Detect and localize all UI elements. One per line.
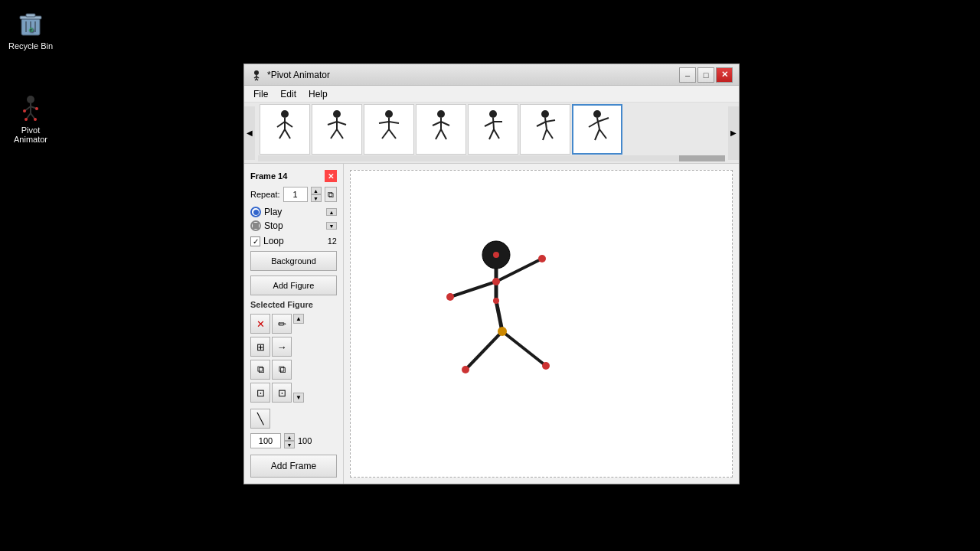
tools-scroll-down[interactable]: ▼ (293, 393, 304, 403)
svg-point-16 (34, 118, 37, 121)
tools-col-left: ✕ ✏ ⊞ → ⧉ ⧉ ⊡ (250, 314, 292, 403)
main-window: *Pivot Animator – □ ✕ File Edit Help ◀ (243, 64, 740, 484)
play-radio-circle (250, 207, 261, 217)
svg-line-27 (279, 129, 285, 139)
svg-point-17 (254, 70, 259, 75)
tools-scroll-up[interactable]: ▲ (293, 314, 304, 324)
pen-button[interactable]: ╲ (250, 409, 270, 429)
svg-text:♻: ♻ (28, 27, 34, 34)
size-input[interactable] (250, 433, 281, 448)
frame-thumb-4[interactable] (416, 104, 466, 155)
svg-point-13 (23, 109, 26, 112)
menu-help[interactable]: Help (302, 87, 334, 101)
frame-thumb-1[interactable] (260, 104, 310, 155)
add-frame-button[interactable]: Add Frame (250, 455, 337, 478)
svg-line-60 (597, 118, 599, 129)
edit-figure-button[interactable]: ✏ (272, 314, 292, 334)
background-button[interactable]: Background (250, 251, 337, 271)
play-scroll-down[interactable]: ▼ (326, 222, 337, 230)
svg-point-41 (437, 110, 445, 118)
arrow-button[interactable]: → (272, 337, 292, 357)
title-bar: *Pivot Animator – □ ✕ (244, 64, 739, 86)
svg-line-63 (595, 129, 599, 140)
loop-speed: 12 (328, 236, 337, 246)
frame-strip-left-arrow[interactable]: ◀ (244, 106, 255, 160)
tools-scroll-col: ▲ ▼ (293, 314, 304, 403)
loop-label: Loop (263, 236, 284, 246)
frame-label-row: Frame 14 ✕ (250, 170, 337, 182)
frame-thumb-3[interactable] (364, 104, 414, 155)
main-figure-svg (420, 232, 588, 400)
repeat-input[interactable] (283, 187, 308, 202)
size-spin-up[interactable]: ▲ (284, 433, 295, 441)
selected-figure-label: Selected Figure (250, 300, 337, 309)
svg-line-25 (277, 122, 285, 127)
frame-thumb-6[interactable] (520, 104, 570, 155)
copy-frame-button[interactable]: ⧉ (325, 187, 337, 202)
close-button[interactable]: ✕ (716, 67, 733, 83)
svg-line-70 (496, 301, 502, 331)
window-title: *Pivot Animator (267, 70, 330, 80)
maximize-button[interactable]: □ (697, 67, 714, 83)
delete-figure-button[interactable]: ✕ (250, 314, 270, 334)
size-spin-down[interactable]: ▼ (284, 441, 295, 448)
svg-line-51 (489, 129, 494, 139)
svg-point-7 (27, 96, 34, 103)
repeat-row: Repeat: ▲ ▼ ⧉ (250, 187, 337, 202)
frame-thumb-5[interactable] (468, 104, 518, 155)
svg-line-37 (379, 122, 389, 123)
spin-up[interactable]: ▲ (311, 187, 322, 194)
svg-line-39 (382, 129, 389, 139)
stop-radio[interactable]: Stop ▼ (250, 220, 337, 231)
svg-point-29 (333, 110, 341, 118)
frame-strip-scrollbar[interactable] (258, 155, 725, 161)
svg-line-40 (389, 129, 396, 139)
size-spin: ▲ ▼ (284, 433, 295, 448)
copy-layer-button[interactable]: ⧉ (250, 360, 270, 380)
play-scroll-up[interactable]: ▲ (326, 208, 337, 216)
play-radio[interactable]: Play ▲ (250, 207, 337, 217)
move-grid-button[interactable]: ⊞ (250, 337, 270, 357)
window-body: ◀ (244, 103, 739, 484)
frame-close-button[interactable]: ✕ (325, 170, 337, 182)
recycle-bin-svg: ♻ (15, 8, 46, 38)
frame-thumb-2[interactable] (312, 104, 362, 155)
recycle-bin-label: Recycle Bin (8, 41, 53, 51)
svg-line-32 (337, 122, 346, 125)
svg-line-72 (502, 331, 546, 366)
pivot-icon-svg (15, 92, 46, 122)
svg-point-77 (462, 366, 469, 373)
pivot-desktop-icon[interactable]: Pivot Animator (6, 92, 55, 144)
pen-tool-row: ╲ (250, 409, 337, 429)
svg-point-79 (493, 298, 499, 304)
frame-label-text: Frame 14 (250, 171, 287, 181)
svg-line-22 (256, 79, 258, 80)
svg-line-44 (441, 122, 449, 126)
frame-strip-right-arrow[interactable]: ▶ (728, 106, 739, 160)
frame-strip: ◀ (244, 103, 739, 164)
minimize-button[interactable]: – (679, 67, 696, 83)
left-panel: Frame 14 ✕ Repeat: ▲ ▼ ⧉ (244, 164, 344, 484)
frame-strip-scroll-thumb[interactable] (679, 155, 725, 161)
figure-tools-row: ✕ ✏ ⊞ → ⧉ ⧉ ⊡ (250, 314, 337, 403)
menu-file[interactable]: File (247, 87, 274, 101)
add-figure-button[interactable]: Add Figure (250, 276, 337, 295)
paste-layer-button[interactable]: ⧉ (272, 360, 292, 380)
recycle-bin-icon[interactable]: ♻ Recycle Bin (6, 8, 55, 51)
loop-checkbox[interactable]: ✓ (250, 236, 260, 246)
spin-down[interactable]: ▼ (311, 194, 322, 202)
scale2-button[interactable]: ⊡ (272, 383, 292, 403)
svg-line-61 (589, 122, 598, 127)
svg-line-46 (441, 129, 446, 139)
svg-point-59 (593, 110, 601, 118)
svg-line-71 (466, 331, 502, 370)
svg-line-28 (285, 129, 290, 139)
svg-point-74 (446, 293, 454, 301)
svg-point-47 (489, 110, 497, 118)
frame-thumb-7[interactable] (572, 104, 622, 155)
menu-edit[interactable]: Edit (274, 87, 302, 101)
svg-line-55 (537, 122, 546, 126)
scale-button[interactable]: ⊡ (250, 383, 270, 403)
canvas-area[interactable] (350, 170, 733, 478)
svg-line-45 (436, 129, 441, 139)
